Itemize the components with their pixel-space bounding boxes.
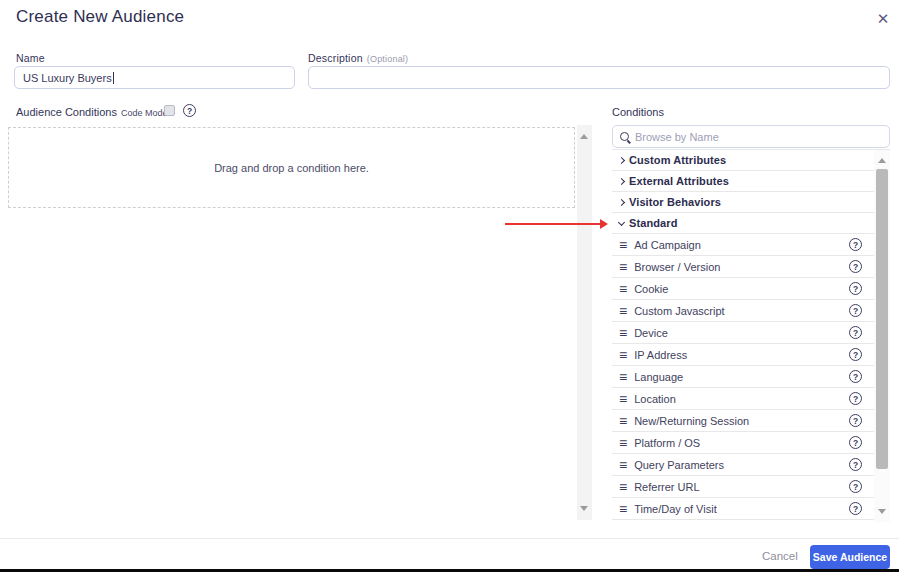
optional-hint: (Optional) xyxy=(367,54,409,64)
drag-handle-icon: ≡ xyxy=(619,504,627,514)
name-label: Name xyxy=(16,52,45,64)
drag-handle-icon: ≡ xyxy=(619,482,627,492)
chevron-down-icon xyxy=(618,218,625,225)
footer-divider xyxy=(0,538,899,539)
annotation-arrow xyxy=(505,223,601,225)
name-field[interactable]: US Luxury Buyers xyxy=(14,66,295,89)
help-icon[interactable]: ? xyxy=(183,104,196,117)
scroll-up-icon[interactable] xyxy=(580,134,588,139)
condition-item-time-day-of-visit[interactable]: ≡ Time/Day of Visit ? xyxy=(612,498,874,520)
audience-conditions-label: Audience Conditions xyxy=(16,106,117,118)
search-icon xyxy=(620,132,629,141)
help-icon[interactable]: ? xyxy=(849,260,862,273)
drag-handle-icon: ≡ xyxy=(619,328,627,338)
help-icon[interactable]: ? xyxy=(849,326,862,339)
description-label: Description(Optional) xyxy=(308,52,408,64)
condition-item-ip-address[interactable]: ≡ IP Address ? xyxy=(612,344,874,366)
conditions-rows: Custom Attributes External Attributes Vi… xyxy=(612,150,874,522)
code-mode-label: Code Mode xyxy=(121,108,168,118)
left-panel-scrollbar[interactable] xyxy=(577,125,592,520)
dropzone-text: Drag and drop a condition here. xyxy=(214,162,369,174)
scroll-up-icon[interactable] xyxy=(878,158,886,163)
help-icon[interactable]: ? xyxy=(849,238,862,251)
help-icon[interactable]: ? xyxy=(849,392,862,405)
condition-item-referrer-url[interactable]: ≡ Referrer URL ? xyxy=(612,476,874,498)
drag-handle-icon: ≡ xyxy=(619,240,627,250)
drag-handle-icon: ≡ xyxy=(619,460,627,470)
condition-item-new-returning-session[interactable]: ≡ New/Returning Session ? xyxy=(612,410,874,432)
condition-item-query-parameters[interactable]: ≡ Query Parameters ? xyxy=(612,454,874,476)
condition-dropzone[interactable]: Drag and drop a condition here. xyxy=(8,127,575,208)
help-icon[interactable]: ? xyxy=(849,282,862,295)
search-input[interactable] xyxy=(635,131,889,143)
drag-handle-icon: ≡ xyxy=(619,394,627,404)
drag-handle-icon: ≡ xyxy=(619,262,627,272)
drag-handle-icon: ≡ xyxy=(619,438,627,448)
cancel-button[interactable]: Cancel xyxy=(762,550,798,562)
help-icon[interactable]: ? xyxy=(849,458,862,471)
conditions-panel-label: Conditions xyxy=(612,106,664,118)
save-audience-button[interactable]: Save Audience xyxy=(810,545,890,569)
condition-item-custom-javascript[interactable]: ≡ Custom Javascript ? xyxy=(612,300,874,322)
conditions-list-scrollbar[interactable] xyxy=(874,150,890,522)
chevron-right-icon xyxy=(618,156,625,163)
create-audience-modal: Create New Audience ✕ Name US Luxury Buy… xyxy=(0,0,899,572)
help-icon[interactable]: ? xyxy=(849,304,862,317)
drag-handle-icon: ≡ xyxy=(619,306,627,316)
scroll-down-icon[interactable] xyxy=(580,506,588,511)
condition-item-platform-os[interactable]: ≡ Platform / OS ? xyxy=(612,432,874,454)
conditions-list: Custom Attributes External Attributes Vi… xyxy=(612,149,890,522)
drag-handle-icon: ≡ xyxy=(619,416,627,426)
condition-item-location[interactable]: ≡ Location ? xyxy=(612,388,874,410)
drag-handle-icon: ≡ xyxy=(619,350,627,360)
category-external-attributes[interactable]: External Attributes xyxy=(612,171,874,192)
close-icon[interactable]: ✕ xyxy=(872,8,894,30)
condition-item-device[interactable]: ≡ Device ? xyxy=(612,322,874,344)
scrollbar-thumb[interactable] xyxy=(876,169,888,469)
category-visitor-behaviors[interactable]: Visitor Behaviors xyxy=(612,192,874,213)
code-mode-checkbox[interactable] xyxy=(164,105,175,116)
condition-item-ad-campaign[interactable]: ≡ Ad Campaign ? xyxy=(612,234,874,256)
help-icon[interactable]: ? xyxy=(849,502,862,515)
drag-handle-icon: ≡ xyxy=(619,284,627,294)
help-icon[interactable]: ? xyxy=(849,414,862,427)
chevron-right-icon xyxy=(618,177,625,184)
page-title: Create New Audience xyxy=(16,7,184,27)
category-standard[interactable]: Standard xyxy=(612,213,874,234)
condition-item-language[interactable]: ≡ Language ? xyxy=(612,366,874,388)
help-icon[interactable]: ? xyxy=(849,480,862,493)
description-field[interactable] xyxy=(308,66,890,89)
scroll-down-icon[interactable] xyxy=(878,509,886,514)
name-field-value: US Luxury Buyers xyxy=(23,72,112,84)
help-icon[interactable]: ? xyxy=(849,348,862,361)
drag-handle-icon: ≡ xyxy=(619,372,627,382)
condition-item-cookie[interactable]: ≡ Cookie ? xyxy=(612,278,874,300)
chevron-right-icon xyxy=(618,198,625,205)
conditions-search[interactable] xyxy=(612,125,890,148)
help-icon[interactable]: ? xyxy=(849,370,862,383)
condition-item-browser-version[interactable]: ≡ Browser / Version ? xyxy=(612,256,874,278)
text-caret xyxy=(113,72,114,84)
category-custom-attributes[interactable]: Custom Attributes xyxy=(612,150,874,171)
help-icon[interactable]: ? xyxy=(849,436,862,449)
